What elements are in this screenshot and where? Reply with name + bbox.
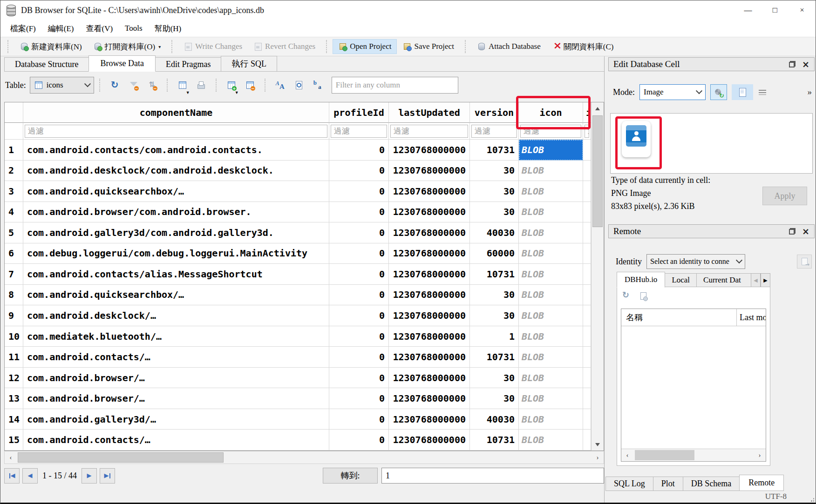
- cell-componentName[interactable]: com.android.quicksearchbox/…: [23, 181, 329, 202]
- cell-profileId[interactable]: 0: [329, 285, 389, 306]
- cell-lastUpdated[interactable]: 1230768000000: [389, 430, 470, 450]
- column-header-lastUpdated[interactable]: lastUpdated: [389, 102, 470, 123]
- float-panel-icon[interactable]: [789, 61, 796, 67]
- cell-componentName[interactable]: com.android.deskclock/…: [23, 305, 329, 326]
- apply-button[interactable]: Apply: [762, 187, 807, 205]
- tab-scroll-right-button[interactable]: ▶: [761, 273, 770, 287]
- cell-icon[interactable]: BLOB: [519, 347, 583, 368]
- cell-version[interactable]: 1: [470, 326, 519, 347]
- cell-ic[interactable]: [583, 243, 591, 264]
- cell-lastUpdated[interactable]: 1230768000000: [389, 161, 470, 181]
- cell-version[interactable]: 10731: [470, 264, 519, 285]
- cell-icon[interactable]: BLOB: [519, 161, 583, 181]
- cell-ic[interactable]: [583, 326, 591, 347]
- vertical-scroll-thumb[interactable]: [592, 115, 603, 227]
- toolbar-open-project[interactable]: Open Project: [333, 39, 397, 54]
- cell-ic[interactable]: [583, 181, 591, 202]
- cell-profileId[interactable]: 0: [329, 222, 389, 243]
- previous-page-button[interactable]: ◀: [22, 468, 38, 484]
- cell-componentName[interactable]: com.android.deskclock/com.android.deskcl…: [23, 161, 329, 181]
- scroll-right-button[interactable]: ›: [592, 451, 604, 464]
- cell-icon[interactable]: BLOB: [519, 305, 583, 326]
- dropdown-arrow-icon[interactable]: ▼: [235, 90, 239, 95]
- goto-record-input[interactable]: [381, 468, 604, 484]
- scroll-up-button[interactable]: [592, 102, 604, 114]
- cell-ic[interactable]: [583, 368, 591, 389]
- cell-profileId[interactable]: 0: [329, 161, 389, 181]
- cell-profileId[interactable]: 0: [329, 181, 389, 202]
- tab-scroll-left-button[interactable]: ◀: [751, 273, 761, 287]
- dock-tab-db-schema[interactable]: DB Schema: [683, 477, 740, 491]
- close-button[interactable]: ×: [789, 0, 816, 20]
- find-icon-button[interactable]: [290, 76, 308, 94]
- tab-execute-sql[interactable]: 執行 SQL: [221, 56, 277, 71]
- encoding-status[interactable]: UTF-8: [765, 492, 787, 501]
- filter-input-version[interactable]: 過濾: [471, 125, 517, 138]
- cell-icon[interactable]: BLOB: [519, 243, 583, 264]
- cell-ic[interactable]: [583, 264, 591, 285]
- column-header-componentName[interactable]: componentName: [23, 102, 329, 123]
- cell-componentName[interactable]: com.android.browser/…: [23, 388, 329, 409]
- cell-profileId[interactable]: 0: [329, 368, 389, 389]
- row-number[interactable]: 7: [5, 264, 23, 285]
- cell-icon[interactable]: BLOB: [519, 140, 583, 161]
- scroll-left-button[interactable]: ‹: [5, 451, 17, 464]
- column-header-icon[interactable]: icon: [519, 102, 583, 123]
- menu-item-tools[interactable]: Tools: [119, 22, 149, 35]
- cell-version[interactable]: 40030: [470, 222, 519, 243]
- cell-profileId[interactable]: 0: [329, 347, 389, 368]
- toolbar-write-changes[interactable]: Write Changes: [178, 39, 248, 54]
- identity-selector[interactable]: Select an identity to conne: [646, 254, 745, 269]
- push-database-button[interactable]: [797, 255, 812, 269]
- menu-item-edit[interactable]: 編輯(E): [42, 21, 80, 36]
- cell-ic[interactable]: [583, 305, 591, 326]
- cell-lastUpdated[interactable]: 1230768000000: [389, 285, 470, 306]
- cell-ic[interactable]: [583, 161, 591, 181]
- cell-profileId[interactable]: 0: [329, 430, 389, 450]
- cell-icon[interactable]: BLOB: [519, 222, 583, 243]
- remote-scroll-track[interactable]: [633, 449, 754, 461]
- filter-input-profileId[interactable]: 過濾: [331, 125, 387, 138]
- row-number[interactable]: 9: [5, 305, 23, 326]
- toolbar-attach-database[interactable]: Attach Database: [471, 39, 546, 54]
- cell-version[interactable]: 30: [470, 388, 519, 409]
- insert-record-icon-button[interactable]: ▼: [222, 76, 241, 94]
- maximize-button[interactable]: □: [762, 0, 789, 20]
- cell-icon[interactable]: BLOB: [519, 264, 583, 285]
- cell-icon[interactable]: BLOB: [519, 326, 583, 347]
- cell-lastUpdated[interactable]: 1230768000000: [389, 181, 470, 202]
- row-number[interactable]: 5: [5, 222, 23, 243]
- menu-item-help[interactable]: 幫助(H): [149, 21, 188, 36]
- cell-icon[interactable]: BLOB: [519, 430, 583, 450]
- remote-tab-local[interactable]: Local: [665, 273, 697, 287]
- remote-scroll-thumb[interactable]: [635, 450, 694, 460]
- refresh-icon[interactable]: [622, 291, 631, 301]
- row-number[interactable]: 1: [5, 140, 23, 161]
- cell-ic[interactable]: [583, 409, 591, 430]
- import-data-button[interactable]: [710, 84, 727, 100]
- menu-item-view[interactable]: 查看(V): [80, 21, 119, 36]
- cell-icon[interactable]: BLOB: [519, 285, 583, 306]
- float-panel-icon[interactable]: [789, 228, 796, 235]
- cell-icon[interactable]: BLOB: [519, 368, 583, 389]
- cell-componentName[interactable]: com.android.contacts/alias.MessageShortc…: [23, 264, 329, 285]
- cell-ic[interactable]: [583, 430, 591, 450]
- horizontal-scrollbar[interactable]: ‹ ›: [4, 451, 604, 464]
- cell-version[interactable]: 10731: [470, 347, 519, 368]
- cell-ic[interactable]: [583, 347, 591, 368]
- row-number[interactable]: 14: [5, 409, 23, 430]
- cell-profileId[interactable]: 0: [329, 140, 389, 161]
- replace-icon-button[interactable]: [308, 76, 327, 94]
- remote-horizontal-scrollbar[interactable]: ‹ ›: [621, 449, 766, 461]
- column-header-version[interactable]: version: [470, 102, 519, 123]
- font-icon-button[interactable]: [271, 76, 290, 94]
- first-page-button[interactable]: ◀: [4, 468, 20, 484]
- vertical-scroll-track[interactable]: [592, 114, 604, 438]
- cell-version[interactable]: 10731: [470, 430, 519, 450]
- remote-tab-dbhub[interactable]: DBHub.io: [617, 272, 665, 288]
- cell-lastUpdated[interactable]: 1230768000000: [389, 409, 470, 430]
- remote-tab-current-database[interactable]: Current Dat: [696, 273, 751, 287]
- cell-version[interactable]: 10731: [470, 140, 519, 161]
- cell-lastUpdated[interactable]: 1230768000000: [389, 243, 470, 264]
- refresh-icon-button[interactable]: [106, 76, 124, 94]
